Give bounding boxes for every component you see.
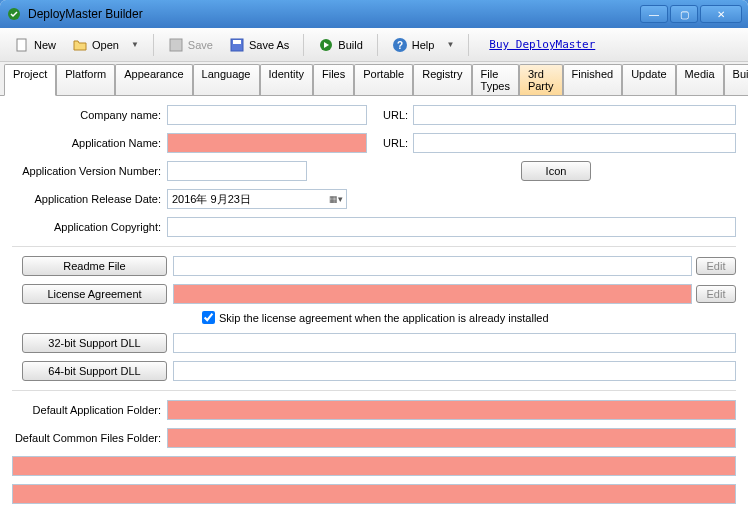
tab-media[interactable]: Media [676, 64, 724, 95]
reldate-label: Application Release Date: [12, 193, 167, 205]
open-button[interactable]: Open ▼ [66, 34, 145, 56]
saveas-button[interactable]: Save As [223, 34, 295, 56]
content-panel: Company name: URL: Application Name: URL… [0, 96, 748, 508]
company-label: Company name: [12, 109, 167, 121]
version-label: Application Version Number: [12, 165, 167, 177]
save-button: Save [162, 34, 219, 56]
svg-rect-4 [233, 40, 241, 44]
tab-language[interactable]: Language [193, 64, 260, 95]
defappfolder-label: Default Application Folder: [12, 404, 167, 416]
url-label-1: URL: [383, 109, 413, 121]
chevron-down-icon: ▼ [131, 40, 139, 49]
copyright-label: Application Copyright: [12, 221, 167, 233]
save-icon [168, 37, 184, 53]
defcommon-label: Default Common Files Folder: [12, 432, 167, 444]
tab-identity[interactable]: Identity [260, 64, 313, 95]
open-icon [72, 37, 88, 53]
window-title: DeployMaster Builder [28, 7, 640, 21]
dll64-button[interactable]: 64-bit Support DLL [22, 361, 167, 381]
tab-project[interactable]: Project [4, 64, 56, 96]
url-label-2: URL: [383, 137, 413, 149]
separator [468, 34, 469, 56]
chevron-down-icon: ▼ [446, 40, 454, 49]
skip-license-checkbox[interactable] [202, 311, 215, 324]
buy-link[interactable]: Buy DeployMaster [489, 38, 595, 51]
saveas-icon [229, 37, 245, 53]
company-url-input[interactable] [413, 105, 736, 125]
separator [12, 390, 736, 391]
window-controls: — ▢ ✕ [640, 5, 742, 23]
tab-platform[interactable]: Platform [56, 64, 115, 95]
license-edit-button[interactable]: Edit [696, 285, 736, 303]
maximize-button[interactable]: ▢ [670, 5, 698, 23]
tab-3rdparty[interactable]: 3rd Party [519, 64, 563, 95]
company-input[interactable] [167, 105, 367, 125]
extra-red-input-1[interactable] [12, 456, 736, 476]
svg-text:?: ? [397, 40, 403, 51]
readme-button[interactable]: Readme File [22, 256, 167, 276]
minimize-button[interactable]: — [640, 5, 668, 23]
tab-update[interactable]: Update [622, 64, 675, 95]
new-button[interactable]: New [8, 34, 62, 56]
readme-input[interactable] [173, 256, 692, 276]
defcommon-input[interactable] [167, 428, 736, 448]
appname-label: Application Name: [12, 137, 167, 149]
tab-finished[interactable]: Finished [563, 64, 623, 95]
new-icon [14, 37, 30, 53]
tab-filetypes[interactable]: File Types [472, 64, 519, 95]
version-input[interactable] [167, 161, 307, 181]
svg-rect-1 [17, 39, 26, 51]
defappfolder-input[interactable] [167, 400, 736, 420]
app-icon [6, 6, 22, 22]
titlebar[interactable]: DeployMaster Builder — ▢ ✕ [0, 0, 748, 28]
tab-appearance[interactable]: Appearance [115, 64, 192, 95]
toolbar: New Open ▼ Save Save As Build ? Help ▼ B… [0, 28, 748, 62]
svg-rect-2 [170, 39, 182, 51]
separator [153, 34, 154, 56]
help-icon: ? [392, 37, 408, 53]
separator [303, 34, 304, 56]
license-input[interactable] [173, 284, 692, 304]
separator [12, 246, 736, 247]
close-button[interactable]: ✕ [700, 5, 742, 23]
dll32-button[interactable]: 32-bit Support DLL [22, 333, 167, 353]
separator [377, 34, 378, 56]
help-button[interactable]: ? Help ▼ [386, 34, 461, 56]
license-button[interactable]: License Agreement [22, 284, 167, 304]
icon-button[interactable]: Icon [521, 161, 591, 181]
tab-strip: Project Platform Appearance Language Ide… [0, 62, 748, 96]
tab-build[interactable]: Build [724, 64, 748, 95]
window: DeployMaster Builder — ▢ ✕ New Open ▼ Sa… [0, 0, 748, 508]
tab-registry[interactable]: Registry [413, 64, 471, 95]
extra-red-input-2[interactable] [12, 484, 736, 504]
tab-portable[interactable]: Portable [354, 64, 413, 95]
copyright-input[interactable] [167, 217, 736, 237]
dll64-input[interactable] [173, 361, 736, 381]
appname-input[interactable] [167, 133, 367, 153]
reldate-input[interactable] [167, 189, 347, 209]
tab-files[interactable]: Files [313, 64, 354, 95]
readme-edit-button[interactable]: Edit [696, 257, 736, 275]
dll32-input[interactable] [173, 333, 736, 353]
skip-license-label: Skip the license agreement when the appl… [219, 312, 549, 324]
build-icon [318, 37, 334, 53]
app-url-input[interactable] [413, 133, 736, 153]
build-button[interactable]: Build [312, 34, 368, 56]
